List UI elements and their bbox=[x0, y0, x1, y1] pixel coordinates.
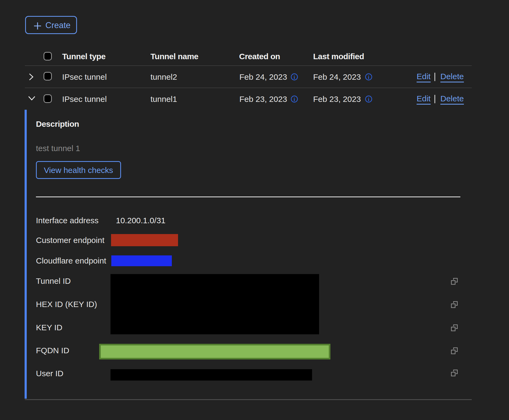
svg-text:i: i bbox=[294, 96, 295, 102]
svg-text:i: i bbox=[368, 74, 369, 80]
svg-text:i: i bbox=[294, 74, 295, 80]
svg-text:i: i bbox=[368, 96, 369, 102]
